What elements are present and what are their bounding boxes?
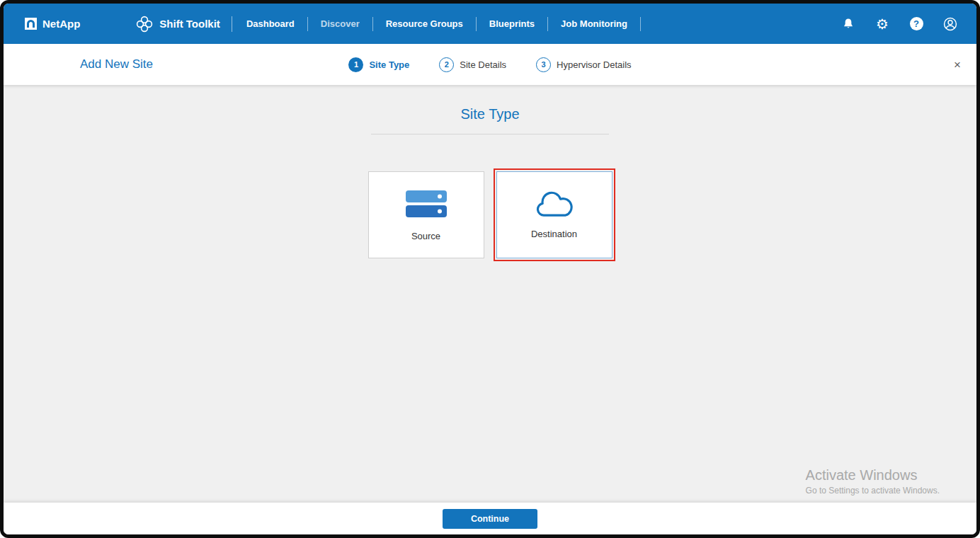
step-hypervisor-details[interactable]: 3 Hypervisor Details	[536, 57, 631, 72]
nav-divider	[640, 17, 641, 31]
nav-item-blueprints[interactable]: Blueprints	[486, 14, 537, 33]
app-title-label: Shift Toolkit	[159, 18, 220, 30]
watermark-title: Activate Windows	[806, 467, 940, 483]
section-heading: Site Type	[460, 106, 519, 122]
nav-divider	[307, 17, 308, 31]
activate-windows-watermark: Activate Windows Go to Settings to activ…	[806, 467, 940, 496]
continue-button[interactable]: Continue	[443, 509, 537, 529]
site-type-cards: Source Destination	[368, 171, 612, 258]
primary-nav: Dashboard Discover Resource Groups Bluep…	[244, 14, 651, 33]
footer-bar: Continue	[4, 503, 976, 534]
source-storage-icon	[404, 188, 449, 221]
app-window: NetApp Shift Toolkit Dashboard Discover …	[0, 0, 980, 538]
step-site-details[interactable]: 2 Site Details	[439, 57, 506, 72]
app-title: Shift Toolkit	[135, 15, 220, 33]
destination-cloud-icon	[534, 190, 575, 219]
nav-divider	[476, 17, 477, 31]
notifications-bell-icon[interactable]	[841, 16, 856, 32]
shift-toolkit-icon	[135, 15, 154, 33]
step-label: Site Type	[369, 59, 409, 70]
page-title: Add New Site	[80, 57, 153, 71]
source-card[interactable]: Source	[368, 171, 484, 258]
brand-label: NetApp	[42, 18, 80, 30]
step-label: Hypervisor Details	[557, 59, 631, 70]
watermark-subtitle: Go to Settings to activate Windows.	[806, 486, 940, 496]
card-label: Destination	[531, 229, 577, 239]
wizard-header: Add New Site 1 Site Type 2 Site Details …	[4, 44, 976, 85]
step-number: 3	[536, 57, 551, 72]
nav-item-dashboard[interactable]: Dashboard	[244, 14, 297, 33]
netapp-logo-icon	[25, 18, 37, 30]
close-icon[interactable]: ×	[954, 59, 961, 71]
top-navigation-bar: NetApp Shift Toolkit Dashboard Discover …	[4, 4, 976, 44]
main-content: Site Type Source Destination Activ	[4, 85, 976, 503]
card-label: Source	[411, 231, 440, 241]
top-right-actions: ⚙ ?	[841, 16, 958, 32]
nav-divider	[232, 16, 232, 32]
nav-item-job-monitoring[interactable]: Job Monitoring	[558, 14, 630, 33]
step-number: 2	[439, 57, 454, 72]
user-account-icon[interactable]	[942, 16, 958, 32]
step-site-type[interactable]: 1 Site Type	[348, 57, 409, 72]
nav-item-resource-groups[interactable]: Resource Groups	[383, 14, 466, 33]
netapp-brand: NetApp	[25, 18, 80, 30]
settings-gear-icon[interactable]: ⚙	[874, 16, 890, 32]
wizard-steps: 1 Site Type 2 Site Details 3 Hypervisor …	[348, 57, 631, 72]
step-label: Site Details	[460, 59, 506, 70]
heading-rule	[371, 134, 609, 134]
help-icon[interactable]: ?	[908, 16, 924, 32]
nav-divider	[547, 17, 548, 31]
destination-card[interactable]: Destination	[496, 171, 612, 258]
nav-item-discover[interactable]: Discover	[318, 14, 363, 33]
step-number: 1	[348, 57, 363, 72]
nav-divider	[372, 17, 373, 31]
